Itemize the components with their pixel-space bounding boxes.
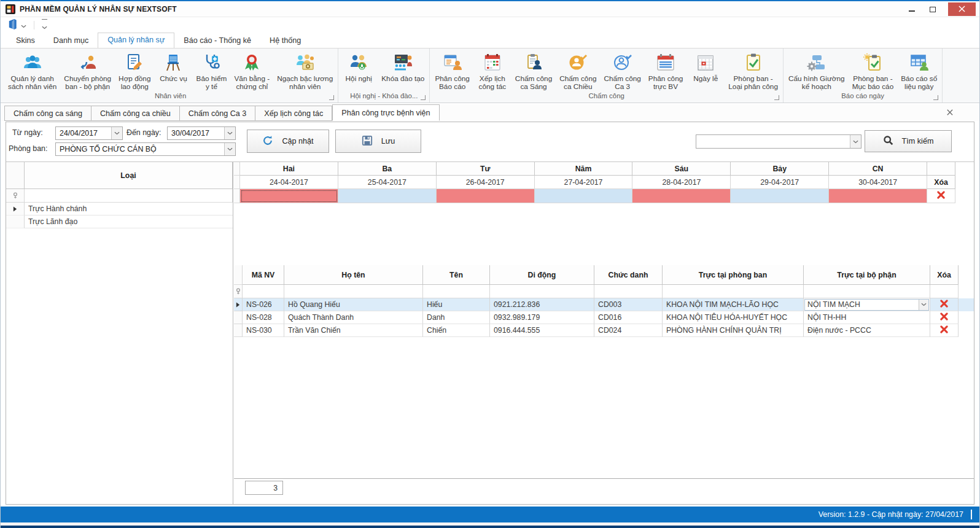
save-button[interactable]: Lưu bbox=[335, 130, 421, 153]
filter-cell[interactable] bbox=[25, 189, 233, 203]
delete-x-icon[interactable] bbox=[940, 313, 948, 322]
minimize-button[interactable] bbox=[901, 2, 922, 16]
ribbon-tab[interactable]: Báo cáo - Thống kê bbox=[174, 34, 260, 48]
employee-search-combo[interactable] bbox=[696, 134, 861, 149]
table-row[interactable]: NS-026Hồ Quang HiếuHiếu0921.212.836CD003… bbox=[234, 298, 974, 311]
ribbon-item[interactable]: Ngày lễ bbox=[686, 50, 725, 83]
day-column-header[interactable]: Hai bbox=[240, 162, 338, 176]
table-row[interactable]: NS-028Quách Thành DanhDanh0932.989.179CD… bbox=[234, 311, 974, 324]
chevron-down-icon[interactable] bbox=[850, 135, 861, 148]
ribbon-item[interactable]: Báo cáo số liệu ngày bbox=[897, 50, 941, 91]
ribbon-item[interactable]: Phòng ban - Loại phân công bbox=[725, 50, 782, 91]
ribbon-item[interactable]: Quản lý danh sách nhân viên bbox=[4, 50, 60, 91]
column-header[interactable]: Họ tên bbox=[284, 265, 423, 285]
chevron-down-icon[interactable] bbox=[919, 300, 928, 310]
list-item[interactable]: Trực Hành chánh bbox=[6, 203, 233, 215]
filter-cell[interactable] bbox=[594, 285, 663, 298]
day-column-header[interactable]: Tư bbox=[437, 162, 535, 176]
document-tab[interactable]: Chấm công ca chiều bbox=[91, 106, 180, 121]
day-column-header[interactable]: Năm bbox=[535, 162, 633, 176]
ribbon-item[interactable]: Phòng ban - Mục báo cáo bbox=[849, 50, 898, 91]
column-header[interactable]: Xóa bbox=[930, 265, 959, 285]
filter-cell[interactable] bbox=[284, 285, 423, 298]
ribbon-item[interactable]: Văn bằng - chứng chỉ bbox=[230, 50, 273, 91]
column-header[interactable]: Trực tại phòng ban bbox=[663, 265, 804, 285]
assignment-cell[interactable] bbox=[338, 189, 437, 203]
filter-cell[interactable] bbox=[243, 285, 284, 298]
table-row[interactable]: NS-030Trần Văn ChiếnChiến0916.444.555CD0… bbox=[234, 324, 974, 337]
delete-row-cell[interactable] bbox=[930, 324, 959, 337]
ribbon-tab[interactable]: Skins bbox=[7, 34, 44, 48]
filter-cell[interactable] bbox=[663, 285, 804, 298]
department-cell-combo[interactable]: NỘI TIM MẠCH bbox=[804, 299, 929, 311]
column-header[interactable]: Tên bbox=[423, 265, 490, 285]
delete-x-icon[interactable] bbox=[940, 300, 948, 309]
group-launcher-icon[interactable] bbox=[421, 95, 426, 100]
assignment-cell[interactable] bbox=[829, 189, 927, 203]
filter-cell[interactable] bbox=[423, 285, 490, 298]
ribbon-item[interactable]: Khóa đào tạo bbox=[378, 50, 428, 83]
delete-x-icon[interactable] bbox=[940, 325, 948, 335]
date-column-header[interactable]: 30-04-2017 bbox=[829, 176, 927, 189]
office-logo-icon[interactable] bbox=[7, 18, 18, 33]
ribbon-item[interactable]: Ngạch bậc lương nhân viên bbox=[273, 50, 336, 91]
ribbon-item[interactable]: Chấm công ca Sáng bbox=[511, 50, 556, 91]
ribbon-item[interactable]: Phân công Báo cáo bbox=[431, 50, 473, 91]
ribbon-tab[interactable]: Quản lý nhân sự bbox=[98, 33, 174, 48]
ribbon-item[interactable]: Hợp đồng lao động bbox=[115, 50, 154, 91]
filter-cell[interactable] bbox=[804, 285, 930, 298]
ribbon-item[interactable]: Phân công trực BV bbox=[645, 50, 686, 91]
ribbon-item[interactable]: Chấm công ca Chiều bbox=[556, 50, 600, 91]
delete-x-icon[interactable] bbox=[937, 191, 945, 201]
filter-cell[interactable] bbox=[930, 285, 959, 298]
day-column-header[interactable]: Sáu bbox=[632, 162, 731, 176]
ribbon-item[interactable]: Hội nghị bbox=[340, 50, 378, 83]
tab-strip-close-icon[interactable] bbox=[945, 107, 955, 117]
from-date-combo[interactable]: 24/04/2017 bbox=[55, 126, 123, 140]
delete-row-cell[interactable] bbox=[930, 311, 959, 324]
document-tab[interactable]: Phân công trực bệnh viện bbox=[332, 104, 439, 121]
chevron-down-icon[interactable] bbox=[224, 127, 235, 139]
day-column-header[interactable]: CN bbox=[829, 162, 927, 176]
assignment-cell[interactable] bbox=[731, 189, 829, 203]
ribbon-item[interactable]: Chức vụ bbox=[154, 50, 192, 83]
search-button[interactable]: Tìm kiếm bbox=[865, 130, 952, 152]
ribbon-item[interactable]: Bảo hiểm y tế bbox=[192, 50, 230, 91]
group-launcher-icon[interactable] bbox=[933, 95, 938, 100]
document-tab[interactable]: Xếp lịch công tác bbox=[255, 106, 332, 121]
column-header[interactable]: Chức danh bbox=[594, 265, 663, 285]
document-tab[interactable]: Chấm công ca sáng bbox=[4, 106, 91, 121]
date-column-header[interactable]: 24-04-2017 bbox=[240, 176, 338, 189]
day-column-header[interactable]: Bảy bbox=[731, 162, 829, 176]
date-column-header[interactable]: 29-04-2017 bbox=[731, 176, 829, 189]
customize-toolbar-icon[interactable] bbox=[42, 19, 47, 32]
column-header[interactable]: Trực tại bộ phận bbox=[804, 265, 930, 285]
department-combo[interactable]: PHÒNG TỔ CHỨC CÁN BỘ bbox=[55, 142, 236, 156]
assignment-cell[interactable] bbox=[240, 189, 338, 203]
date-column-header[interactable]: 27-04-2017 bbox=[535, 176, 633, 189]
day-column-header[interactable]: Ba bbox=[338, 162, 437, 176]
list-item[interactable]: Trực Lãnh đạo bbox=[6, 215, 233, 228]
ribbon-item[interactable]: Chấm công Ca 3 bbox=[601, 50, 645, 91]
maximize-button[interactable] bbox=[922, 2, 943, 16]
assignment-cell[interactable] bbox=[437, 189, 535, 203]
close-button[interactable] bbox=[948, 2, 976, 16]
column-header[interactable]: Mã NV bbox=[243, 265, 284, 285]
ribbon-tab[interactable]: Hệ thống bbox=[260, 34, 310, 48]
group-launcher-icon[interactable] bbox=[329, 95, 334, 100]
group-launcher-icon[interactable] bbox=[774, 95, 779, 100]
ribbon-item[interactable]: Cấu hình Giường kế hoạch bbox=[785, 50, 849, 91]
ribbon-item[interactable]: Xếp lịch công tác bbox=[473, 50, 511, 91]
delete-row-cell[interactable] bbox=[930, 298, 959, 311]
date-column-header[interactable]: 26-04-2017 bbox=[437, 176, 535, 189]
date-column-header[interactable]: 25-04-2017 bbox=[338, 176, 437, 189]
to-date-combo[interactable]: 30/04/2017 bbox=[167, 126, 236, 140]
delete-row-cell[interactable] bbox=[927, 189, 955, 203]
chevron-down-icon[interactable] bbox=[224, 143, 235, 155]
document-tab[interactable]: Chấm công Ca 3 bbox=[180, 106, 256, 121]
update-button[interactable]: Cập nhật bbox=[247, 130, 329, 153]
ribbon-item[interactable]: Chuyển phòng ban - bộ phận bbox=[60, 50, 115, 91]
column-header[interactable]: Di động bbox=[490, 265, 594, 285]
assignment-cell[interactable] bbox=[535, 189, 633, 203]
ribbon-tab[interactable]: Danh mục bbox=[44, 34, 98, 48]
